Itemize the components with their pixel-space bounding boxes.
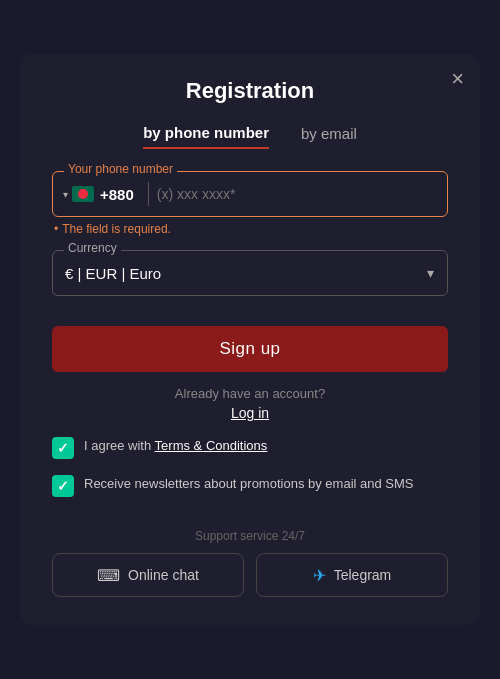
currency-select[interactable]: € | EUR | Euro <box>52 250 448 296</box>
currency-label: Currency <box>64 241 121 255</box>
chevron-down-icon: ▾ <box>63 189 68 200</box>
support-label: Support service 24/7 <box>52 529 448 543</box>
telegram-button[interactable]: ✈ Telegram <box>256 553 448 597</box>
error-dot: • <box>54 222 58 236</box>
online-chat-button[interactable]: ⌨ Online chat <box>52 553 244 597</box>
online-chat-label: Online chat <box>128 567 199 583</box>
phone-field-label: Your phone number <box>64 162 177 176</box>
newsletter-checkbox[interactable]: ✓ <box>52 475 74 497</box>
phone-number-input[interactable] <box>157 186 437 202</box>
phone-field-group: Your phone number ▾ +880 • The field is … <box>52 171 448 236</box>
already-text: Already have an account? <box>52 386 448 401</box>
telegram-label: Telegram <box>334 567 392 583</box>
error-message: The field is required. <box>62 222 171 236</box>
country-selector[interactable]: ▾ <box>63 186 94 202</box>
tab-phone[interactable]: by phone number <box>143 124 269 149</box>
registration-modal: × Registration by phone number by email … <box>20 54 480 625</box>
checkmark-icon: ✓ <box>57 478 69 494</box>
signup-button[interactable]: Sign up <box>52 326 448 372</box>
currency-field-group: Currency € | EUR | Euro ▾ <box>52 250 448 296</box>
flag-icon <box>72 186 94 202</box>
newsletter-label: Receive newsletters about promotions by … <box>84 475 414 493</box>
tab-email[interactable]: by email <box>301 124 357 149</box>
terms-checkbox-row: ✓ I agree with Terms & Conditions <box>52 437 448 459</box>
newsletter-checkbox-row: ✓ Receive newsletters about promotions b… <box>52 475 448 497</box>
phone-error: • The field is required. <box>54 222 448 236</box>
phone-input-wrapper: ▾ +880 <box>52 171 448 217</box>
registration-tabs: by phone number by email <box>52 124 448 149</box>
login-link[interactable]: Log in <box>52 405 448 421</box>
modal-title: Registration <box>52 78 448 104</box>
flag-circle <box>78 189 88 199</box>
phone-divider <box>148 182 149 206</box>
terms-checkbox[interactable]: ✓ <box>52 437 74 459</box>
close-button[interactable]: × <box>451 68 464 90</box>
country-code: +880 <box>100 186 134 203</box>
terms-link[interactable]: Terms & Conditions <box>155 438 268 453</box>
currency-select-wrapper: € | EUR | Euro ▾ <box>52 250 448 296</box>
terms-label: I agree with Terms & Conditions <box>84 437 267 455</box>
support-section: Support service 24/7 ⌨ Online chat ✈ Tel… <box>52 529 448 597</box>
checkmark-icon: ✓ <box>57 440 69 456</box>
chat-icon: ⌨ <box>97 566 120 585</box>
terms-prefix: I agree with <box>84 438 155 453</box>
telegram-icon: ✈ <box>313 566 326 585</box>
support-buttons: ⌨ Online chat ✈ Telegram <box>52 553 448 597</box>
